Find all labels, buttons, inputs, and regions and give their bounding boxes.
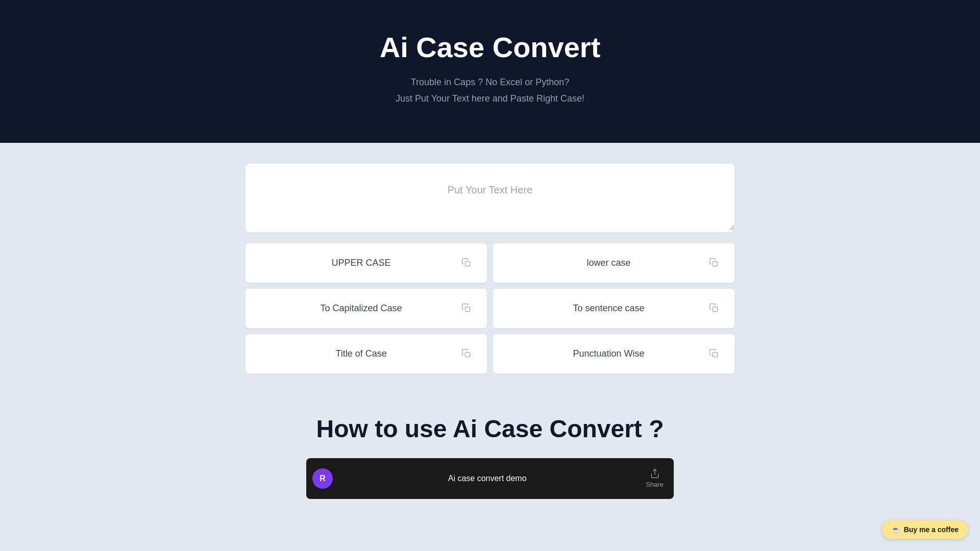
- punctuation-wise-label: Punctuation Wise: [508, 348, 709, 359]
- capitalized-case-label: To Capitalized Case: [261, 303, 461, 314]
- main-content: UPPER CASE lower case To Capitalized Cas…: [235, 143, 745, 535]
- video-share-button[interactable]: Share: [635, 468, 674, 488]
- punctuation-wise-card[interactable]: Punctuation Wise: [493, 334, 735, 374]
- sentence-case-label: To sentence case: [508, 303, 709, 314]
- page-title: Ai Case Convert: [10, 31, 970, 64]
- copy-icon-title: [461, 348, 472, 359]
- conversion-grid: UPPER CASE lower case To Capitalized Cas…: [245, 243, 735, 374]
- page-header: Ai Case Convert Trouble in Caps ? No Exc…: [0, 0, 980, 143]
- lower-case-label: lower case: [508, 258, 709, 268]
- svg-rect-3: [713, 307, 718, 312]
- copy-icon-upper: [461, 258, 472, 268]
- title-case-card[interactable]: Title of Case: [245, 334, 487, 374]
- buy-coffee-label: Buy me a coffee: [904, 525, 959, 534]
- copy-icon-sentence: [709, 303, 719, 313]
- video-container[interactable]: R Ai case convert demo Share: [306, 458, 674, 499]
- subtitle-line2: Just Put Your Text here and Paste Right …: [10, 90, 970, 107]
- svg-rect-0: [465, 262, 470, 266]
- buy-coffee-button[interactable]: ☕ Buy me a coffee: [882, 520, 968, 539]
- svg-rect-5: [713, 353, 718, 357]
- share-icon: [650, 468, 660, 479]
- how-to-title: How to use Ai Case Convert ?: [245, 415, 735, 443]
- svg-rect-1: [713, 262, 718, 266]
- copy-icon-lower: [709, 258, 719, 268]
- text-input-container: [245, 163, 735, 233]
- video-avatar: R: [312, 468, 333, 489]
- text-input[interactable]: [246, 164, 734, 230]
- how-to-section: How to use Ai Case Convert ? R Ai case c…: [245, 405, 735, 514]
- svg-rect-2: [465, 307, 470, 312]
- upper-case-label: UPPER CASE: [261, 258, 461, 268]
- video-title: Ai case convert demo: [339, 474, 635, 483]
- svg-rect-4: [465, 353, 470, 357]
- lower-case-card[interactable]: lower case: [493, 243, 735, 283]
- share-label: Share: [646, 481, 664, 488]
- subtitle-line1: Trouble in Caps ? No Excel or Python?: [10, 74, 970, 90]
- coffee-icon: ☕: [891, 525, 900, 534]
- copy-icon-punctuation: [709, 348, 719, 359]
- title-case-label: Title of Case: [261, 348, 461, 359]
- copy-icon-capitalized: [461, 303, 472, 313]
- upper-case-card[interactable]: UPPER CASE: [245, 243, 487, 283]
- capitalized-case-card[interactable]: To Capitalized Case: [245, 288, 487, 329]
- sentence-case-card[interactable]: To sentence case: [493, 288, 735, 329]
